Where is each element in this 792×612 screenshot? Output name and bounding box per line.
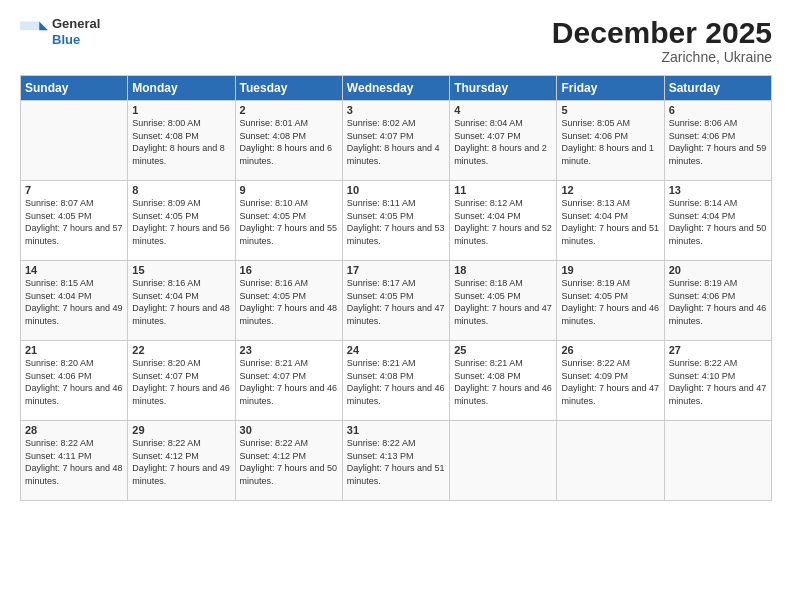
day-number: 13 — [669, 184, 767, 196]
week-row-3: 21Sunrise: 8:20 AM Sunset: 4:06 PM Dayli… — [21, 341, 772, 421]
day-cell: 27Sunrise: 8:22 AM Sunset: 4:10 PM Dayli… — [664, 341, 771, 421]
day-cell — [557, 421, 664, 501]
day-number: 6 — [669, 104, 767, 116]
day-number: 20 — [669, 264, 767, 276]
day-info: Sunrise: 8:00 AM Sunset: 4:08 PM Dayligh… — [132, 117, 230, 167]
day-number: 30 — [240, 424, 338, 436]
day-info: Sunrise: 8:15 AM Sunset: 4:04 PM Dayligh… — [25, 277, 123, 327]
day-cell: 14Sunrise: 8:15 AM Sunset: 4:04 PM Dayli… — [21, 261, 128, 341]
day-cell: 22Sunrise: 8:20 AM Sunset: 4:07 PM Dayli… — [128, 341, 235, 421]
day-info: Sunrise: 8:20 AM Sunset: 4:06 PM Dayligh… — [25, 357, 123, 407]
day-cell: 12Sunrise: 8:13 AM Sunset: 4:04 PM Dayli… — [557, 181, 664, 261]
day-cell: 26Sunrise: 8:22 AM Sunset: 4:09 PM Dayli… — [557, 341, 664, 421]
day-cell: 2Sunrise: 8:01 AM Sunset: 4:08 PM Daylig… — [235, 101, 342, 181]
day-number: 7 — [25, 184, 123, 196]
day-number: 25 — [454, 344, 552, 356]
day-number: 4 — [454, 104, 552, 116]
svg-marker-0 — [39, 21, 48, 30]
day-cell: 20Sunrise: 8:19 AM Sunset: 4:06 PM Dayli… — [664, 261, 771, 341]
day-cell: 24Sunrise: 8:21 AM Sunset: 4:08 PM Dayli… — [342, 341, 449, 421]
day-info: Sunrise: 8:20 AM Sunset: 4:07 PM Dayligh… — [132, 357, 230, 407]
page: General Blue December 2025 Zarichne, Ukr… — [0, 0, 792, 612]
title-block: December 2025 Zarichne, Ukraine — [552, 16, 772, 65]
day-cell — [664, 421, 771, 501]
day-info: Sunrise: 8:22 AM Sunset: 4:09 PM Dayligh… — [561, 357, 659, 407]
day-cell: 10Sunrise: 8:11 AM Sunset: 4:05 PM Dayli… — [342, 181, 449, 261]
day-info: Sunrise: 8:14 AM Sunset: 4:04 PM Dayligh… — [669, 197, 767, 247]
svg-rect-1 — [20, 21, 39, 30]
day-number: 28 — [25, 424, 123, 436]
day-cell: 3Sunrise: 8:02 AM Sunset: 4:07 PM Daylig… — [342, 101, 449, 181]
day-cell: 11Sunrise: 8:12 AM Sunset: 4:04 PM Dayli… — [450, 181, 557, 261]
day-info: Sunrise: 8:19 AM Sunset: 4:05 PM Dayligh… — [561, 277, 659, 327]
day-cell: 28Sunrise: 8:22 AM Sunset: 4:11 PM Dayli… — [21, 421, 128, 501]
day-cell: 13Sunrise: 8:14 AM Sunset: 4:04 PM Dayli… — [664, 181, 771, 261]
day-number: 27 — [669, 344, 767, 356]
day-info: Sunrise: 8:09 AM Sunset: 4:05 PM Dayligh… — [132, 197, 230, 247]
day-info: Sunrise: 8:12 AM Sunset: 4:04 PM Dayligh… — [454, 197, 552, 247]
day-info: Sunrise: 8:21 AM Sunset: 4:07 PM Dayligh… — [240, 357, 338, 407]
day-cell: 8Sunrise: 8:09 AM Sunset: 4:05 PM Daylig… — [128, 181, 235, 261]
day-cell: 9Sunrise: 8:10 AM Sunset: 4:05 PM Daylig… — [235, 181, 342, 261]
day-info: Sunrise: 8:21 AM Sunset: 4:08 PM Dayligh… — [347, 357, 445, 407]
week-row-4: 28Sunrise: 8:22 AM Sunset: 4:11 PM Dayli… — [21, 421, 772, 501]
month-title: December 2025 — [552, 16, 772, 49]
day-info: Sunrise: 8:22 AM Sunset: 4:10 PM Dayligh… — [669, 357, 767, 407]
col-saturday: Saturday — [664, 76, 771, 101]
day-info: Sunrise: 8:22 AM Sunset: 4:12 PM Dayligh… — [132, 437, 230, 487]
col-wednesday: Wednesday — [342, 76, 449, 101]
col-friday: Friday — [557, 76, 664, 101]
logo-text: General Blue — [52, 16, 100, 47]
day-info: Sunrise: 8:13 AM Sunset: 4:04 PM Dayligh… — [561, 197, 659, 247]
col-thursday: Thursday — [450, 76, 557, 101]
location: Zarichne, Ukraine — [552, 49, 772, 65]
day-info: Sunrise: 8:22 AM Sunset: 4:12 PM Dayligh… — [240, 437, 338, 487]
day-number: 9 — [240, 184, 338, 196]
day-info: Sunrise: 8:18 AM Sunset: 4:05 PM Dayligh… — [454, 277, 552, 327]
day-info: Sunrise: 8:22 AM Sunset: 4:11 PM Dayligh… — [25, 437, 123, 487]
day-info: Sunrise: 8:21 AM Sunset: 4:08 PM Dayligh… — [454, 357, 552, 407]
day-number: 24 — [347, 344, 445, 356]
col-tuesday: Tuesday — [235, 76, 342, 101]
day-number: 2 — [240, 104, 338, 116]
day-number: 26 — [561, 344, 659, 356]
day-info: Sunrise: 8:16 AM Sunset: 4:05 PM Dayligh… — [240, 277, 338, 327]
day-cell: 29Sunrise: 8:22 AM Sunset: 4:12 PM Dayli… — [128, 421, 235, 501]
day-info: Sunrise: 8:05 AM Sunset: 4:06 PM Dayligh… — [561, 117, 659, 167]
day-cell: 21Sunrise: 8:20 AM Sunset: 4:06 PM Dayli… — [21, 341, 128, 421]
day-number: 11 — [454, 184, 552, 196]
day-cell: 1Sunrise: 8:00 AM Sunset: 4:08 PM Daylig… — [128, 101, 235, 181]
day-info: Sunrise: 8:01 AM Sunset: 4:08 PM Dayligh… — [240, 117, 338, 167]
day-info: Sunrise: 8:19 AM Sunset: 4:06 PM Dayligh… — [669, 277, 767, 327]
day-info: Sunrise: 8:10 AM Sunset: 4:05 PM Dayligh… — [240, 197, 338, 247]
day-number: 17 — [347, 264, 445, 276]
col-sunday: Sunday — [21, 76, 128, 101]
day-number: 14 — [25, 264, 123, 276]
day-number: 29 — [132, 424, 230, 436]
day-cell: 23Sunrise: 8:21 AM Sunset: 4:07 PM Dayli… — [235, 341, 342, 421]
day-cell: 17Sunrise: 8:17 AM Sunset: 4:05 PM Dayli… — [342, 261, 449, 341]
day-info: Sunrise: 8:07 AM Sunset: 4:05 PM Dayligh… — [25, 197, 123, 247]
day-info: Sunrise: 8:11 AM Sunset: 4:05 PM Dayligh… — [347, 197, 445, 247]
day-number: 31 — [347, 424, 445, 436]
week-row-2: 14Sunrise: 8:15 AM Sunset: 4:04 PM Dayli… — [21, 261, 772, 341]
day-number: 1 — [132, 104, 230, 116]
day-info: Sunrise: 8:22 AM Sunset: 4:13 PM Dayligh… — [347, 437, 445, 487]
day-cell: 19Sunrise: 8:19 AM Sunset: 4:05 PM Dayli… — [557, 261, 664, 341]
day-cell: 16Sunrise: 8:16 AM Sunset: 4:05 PM Dayli… — [235, 261, 342, 341]
day-cell: 7Sunrise: 8:07 AM Sunset: 4:05 PM Daylig… — [21, 181, 128, 261]
logo: General Blue — [20, 16, 100, 47]
day-info: Sunrise: 8:02 AM Sunset: 4:07 PM Dayligh… — [347, 117, 445, 167]
day-number: 5 — [561, 104, 659, 116]
col-monday: Monday — [128, 76, 235, 101]
calendar-body: 1Sunrise: 8:00 AM Sunset: 4:08 PM Daylig… — [21, 101, 772, 501]
week-row-0: 1Sunrise: 8:00 AM Sunset: 4:08 PM Daylig… — [21, 101, 772, 181]
day-number: 21 — [25, 344, 123, 356]
calendar-table: Sunday Monday Tuesday Wednesday Thursday… — [20, 75, 772, 501]
day-number: 15 — [132, 264, 230, 276]
day-cell: 5Sunrise: 8:05 AM Sunset: 4:06 PM Daylig… — [557, 101, 664, 181]
day-info: Sunrise: 8:16 AM Sunset: 4:04 PM Dayligh… — [132, 277, 230, 327]
day-cell: 18Sunrise: 8:18 AM Sunset: 4:05 PM Dayli… — [450, 261, 557, 341]
day-info: Sunrise: 8:06 AM Sunset: 4:06 PM Dayligh… — [669, 117, 767, 167]
day-info: Sunrise: 8:04 AM Sunset: 4:07 PM Dayligh… — [454, 117, 552, 167]
